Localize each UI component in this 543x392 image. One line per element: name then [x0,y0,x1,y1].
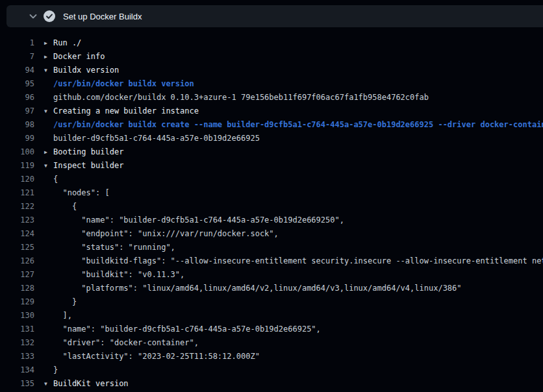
triangle-down-icon[interactable]: ▼ [44,377,53,391]
log-line: 129 } [0,295,543,309]
log-text: { [53,200,77,214]
line-number[interactable]: 94 [0,64,34,77]
line-number[interactable]: 125 [0,241,34,254]
line-number[interactable]: 98 [0,118,34,132]
actions-log-viewer: Set up Docker Buildx 1▶Run ./7▶Docker in… [0,0,543,392]
log-line: 120{ [0,173,543,186]
log-line: 134} [0,363,543,377]
log-line: 97▼Creating a new builder instance [0,104,543,118]
line-number[interactable]: 120 [0,173,34,186]
log-text: "name": "builder-d9cfb5a1-c764-445a-a57e… [53,214,344,227]
log-text: /usr/bin/docker buildx version [53,77,194,91]
log-line: 1▶Run ./ [0,36,543,50]
log-text: } [53,295,77,309]
log-text: } [53,363,58,377]
line-number[interactable]: 95 [0,77,34,91]
line-number[interactable]: 124 [0,227,34,241]
line-number[interactable]: 96 [0,91,34,104]
triangle-down-icon[interactable]: ▼ [44,104,53,118]
log-line: 124 "endpoint": "unix:///var/run/docker.… [0,227,543,241]
line-number[interactable]: 97 [0,104,34,118]
log-line: 119▼Inspect builder [0,159,543,173]
log-text: ], [53,309,72,323]
line-number[interactable]: 123 [0,214,34,227]
log-text: github.com/docker/buildx 0.10.3+azure-1 … [53,91,429,104]
line-number[interactable]: 130 [0,309,34,323]
triangle-right-icon[interactable]: ▶ [44,36,53,50]
log-text: "buildkitd-flags": "--allow-insecure-ent… [53,254,543,268]
triangle-right-icon[interactable]: ▶ [44,50,53,64]
log-group-title[interactable]: Buildx version [53,64,119,77]
step-header[interactable]: Set up Docker Buildx [6,5,543,27]
log-line: 127 "buildkit": "v0.11.3", [0,268,543,282]
line-number[interactable]: 129 [0,295,34,309]
log-line: 131 "name": "builder-d9cfb5a1-c764-445a-… [0,323,543,336]
line-number[interactable]: 122 [0,200,34,214]
line-number[interactable]: 127 [0,268,34,282]
log-text: "buildkit": "v0.11.3", [53,268,184,282]
log-line: 126 "buildkitd-flags": "--allow-insecure… [0,254,543,268]
log-lines: 1▶Run ./7▶Docker info94▼Buildx version95… [0,36,543,392]
log-line: 98/usr/bin/docker buildx create --name b… [0,118,543,132]
log-text: "endpoint": "unix:///var/run/docker.sock… [53,227,279,241]
log-text: "nodes": [ [53,186,110,200]
line-number[interactable]: 7 [0,50,34,64]
line-number[interactable]: 121 [0,186,34,200]
log-line: 133 "lastActivity": "2023-02-25T11:58:12… [0,350,543,363]
log-line: 100▶Booting builder [0,145,543,159]
log-text: "platforms": "linux/amd64,linux/amd64/v2… [53,282,462,295]
log-line: 94▼Buildx version [0,64,543,77]
line-number[interactable]: 135 [0,377,34,391]
log-group-title[interactable]: Booting builder [53,145,123,159]
line-number[interactable]: 131 [0,323,34,336]
log-text: "driver": "docker-container", [53,336,199,350]
log-line: 96github.com/docker/buildx 0.10.3+azure-… [0,91,543,104]
line-number[interactable]: 134 [0,363,34,377]
log-text: builder-d9cfb5a1-c764-445a-a57e-0b19d2e6… [53,132,260,145]
log-line: 130 ], [0,309,543,323]
line-number[interactable]: 119 [0,159,34,173]
log-group-title[interactable]: Inspect builder [53,159,123,173]
log-line: 128 "platforms": "linux/amd64,linux/amd6… [0,282,543,295]
log-text: "lastActivity": "2023-02-25T11:58:12.000… [53,350,260,363]
log-group-title[interactable]: Run ./ [53,36,81,50]
log-group-title[interactable]: BuildKit version [53,377,129,391]
log-text: "name": "builder-d9cfb5a1-c764-445a-a57e… [53,323,321,336]
line-number[interactable]: 126 [0,254,34,268]
step-title: Set up Docker Buildx [63,12,142,21]
log-line: 121 "nodes": [ [0,186,543,200]
log-line: 95/usr/bin/docker buildx version [0,77,543,91]
log-group-title[interactable]: Docker info [53,50,105,64]
chevron-down-icon[interactable] [28,11,38,21]
line-number[interactable]: 100 [0,145,34,159]
line-number[interactable]: 128 [0,282,34,295]
log-line: 125 "status": "running", [0,241,543,254]
log-text: "status": "running", [53,241,175,254]
log-line: 135▼BuildKit version [0,377,543,391]
line-number[interactable]: 1 [0,36,34,50]
log-text: { [53,173,58,186]
line-number[interactable]: 99 [0,132,34,145]
log-line: 7▶Docker info [0,50,543,64]
log-line: 132 "driver": "docker-container", [0,336,543,350]
triangle-right-icon[interactable]: ▶ [44,145,53,159]
triangle-down-icon[interactable]: ▼ [44,64,53,77]
log-text: /usr/bin/docker buildx create --name bui… [53,118,543,132]
check-circle-icon [43,10,56,23]
log-line: 122 { [0,200,543,214]
triangle-down-icon[interactable]: ▼ [44,159,53,173]
line-number[interactable]: 132 [0,336,34,350]
log-line: 99builder-d9cfb5a1-c764-445a-a57e-0b19d2… [0,132,543,145]
line-number[interactable]: 133 [0,350,34,363]
log-group-title[interactable]: Creating a new builder instance [53,104,199,118]
log-line: 123 "name": "builder-d9cfb5a1-c764-445a-… [0,214,543,227]
